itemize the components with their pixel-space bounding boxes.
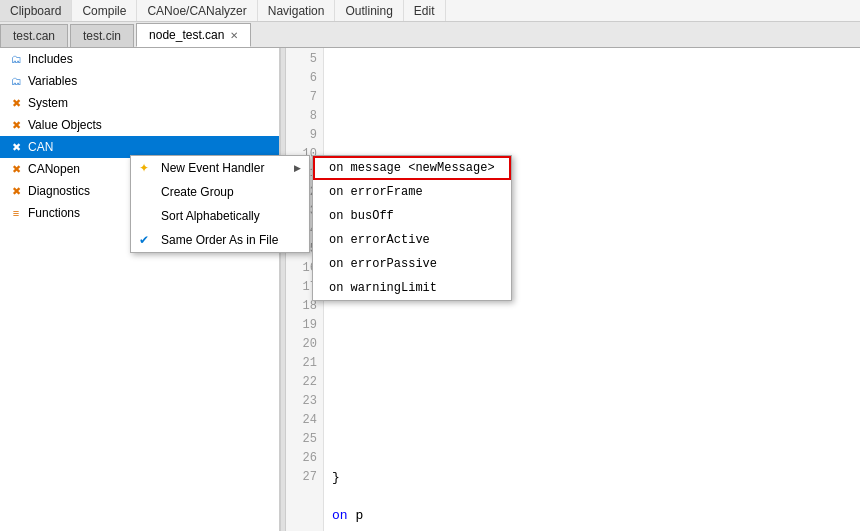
main-content: 🗂 Includes 🗂 Variables ✖ System ✖ Value … [0, 48, 860, 531]
tab-label: test.can [13, 29, 55, 43]
tab-test-cin[interactable]: test.cin [70, 24, 134, 47]
tree-label-can: CAN [28, 140, 53, 154]
menu-compile[interactable]: Compile [72, 0, 137, 21]
tree-label-canopen: CANopen [28, 162, 80, 176]
submenu-item-on-error-active[interactable]: on errorActive [313, 228, 511, 252]
tree-label-system: System [28, 96, 68, 110]
same-order-check-icon: ✔ [139, 233, 149, 247]
left-panel: 🗂 Includes 🗂 Variables ✖ System ✖ Value … [0, 48, 280, 531]
tab-bar: test.can test.cin node_test.can ✕ [0, 22, 860, 48]
tab-node-test-can[interactable]: node_test.can ✕ [136, 23, 251, 47]
tree-label-includes: Includes [28, 52, 73, 66]
tree-item-system[interactable]: ✖ System [0, 92, 279, 114]
sort-alpha-label: Sort Alphabetically [161, 209, 260, 223]
context-menu-sort-alphabetically[interactable]: Sort Alphabetically [131, 204, 280, 228]
tree-label-diagnostics: Diagnostics [28, 184, 90, 198]
menu-clipboard[interactable]: Clipboard [0, 0, 72, 21]
tab-test-can[interactable]: test.can [0, 24, 68, 47]
menu-canoe[interactable]: CANoe/CANalyzer [137, 0, 257, 21]
canopen-icon: ✖ [8, 161, 24, 177]
tree-item-includes[interactable]: 🗂 Includes [0, 48, 279, 70]
submenu-on-bus-off-label: on busOff [329, 209, 394, 223]
tree-item-variables[interactable]: 🗂 Variables [0, 70, 279, 92]
tree-label-variables: Variables [28, 74, 77, 88]
tab-label: node_test.can [149, 28, 224, 42]
submenu-item-on-warning-limit[interactable]: on warningLimit [313, 276, 511, 300]
tree-label-value-objects: Value Objects [28, 118, 102, 132]
context-menu-item-label: New Event Handler [161, 161, 264, 175]
context-menu-same-order[interactable]: ✔ Same Order As in File [131, 228, 280, 252]
tree-item-value-objects[interactable]: ✖ Value Objects [0, 114, 279, 136]
context-menu: ✦ New Event Handler Create Group Sort Al… [130, 155, 280, 253]
context-menu-new-event-handler[interactable]: ✦ New Event Handler [131, 156, 280, 180]
can-icon: ✖ [8, 139, 24, 155]
same-order-label: Same Order As in File [161, 233, 278, 247]
functions-icon: ≡ [8, 205, 24, 221]
submenu: on message <newMessage> on errorFrame on… [312, 155, 512, 301]
menu-bar: Clipboard Compile CANoe/CANalyzer Naviga… [0, 0, 860, 22]
submenu-item-on-message[interactable]: on message <newMessage> [313, 156, 511, 180]
submenu-on-error-frame-label: on errorFrame [329, 185, 423, 199]
submenu-on-error-passive-label: on errorPassive [329, 257, 437, 271]
submenu-on-error-active-label: on errorActive [329, 233, 430, 247]
context-menu-create-group[interactable]: Create Group [131, 180, 280, 204]
tab-label: test.cin [83, 29, 121, 43]
system-icon: ✖ [8, 95, 24, 111]
submenu-on-warning-limit-label: on warningLimit [329, 281, 437, 295]
tree-label-functions: Functions [28, 206, 80, 220]
tab-close-button[interactable]: ✕ [230, 30, 238, 41]
new-event-handler-icon: ✦ [139, 161, 149, 175]
menu-edit[interactable]: Edit [404, 0, 446, 21]
includes-icon: 🗂 [8, 51, 24, 67]
submenu-on-message-label: on message <newMessage> [329, 161, 495, 175]
value-objects-icon: ✖ [8, 117, 24, 133]
menu-outlining[interactable]: Outlining [335, 0, 403, 21]
menu-navigation[interactable]: Navigation [258, 0, 336, 21]
editor-area: 5 6 7 8 9 10 11 12 13 14 15 16 17 18 19 … [286, 48, 860, 531]
submenu-item-on-error-frame[interactable]: on errorFrame [313, 180, 511, 204]
submenu-item-on-error-passive[interactable]: on errorPassive [313, 252, 511, 276]
variables-icon: 🗂 [8, 73, 24, 89]
create-group-label: Create Group [161, 185, 234, 199]
diagnostics-icon: ✖ [8, 183, 24, 199]
submenu-item-on-bus-off[interactable]: on busOff [313, 204, 511, 228]
